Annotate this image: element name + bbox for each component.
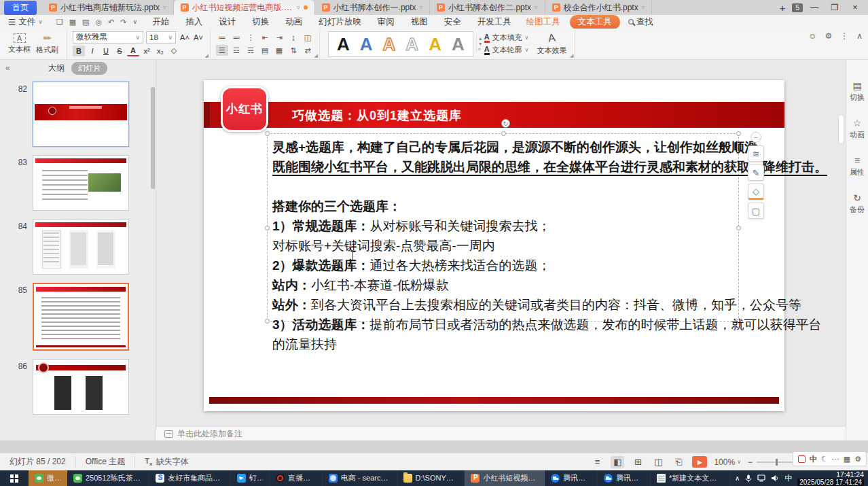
ime-logo-icon[interactable] (798, 455, 806, 463)
collapse-toolbar-button[interactable]: − (751, 132, 761, 143)
taskbar-app-button[interactable]: 腾讯会议 (598, 470, 651, 486)
wordart-style-option[interactable]: A (383, 35, 396, 53)
find-button[interactable]: 查找 (623, 16, 659, 28)
undo-icon[interactable]: ↶ (108, 18, 114, 27)
task-pane-button[interactable]: ≡ 属性 (850, 155, 865, 177)
slide-thumbnail-item[interactable]: 83 (12, 155, 150, 211)
resize-handle-top-left[interactable] (265, 131, 270, 136)
tab-session-icon[interactable]: ▿ (535, 4, 538, 11)
new-tab-button[interactable]: + (773, 2, 793, 14)
menu-item[interactable]: 设计 (211, 16, 244, 29)
font-color-button[interactable]: A (127, 46, 139, 56)
align-left-button[interactable]: ☰ (216, 45, 228, 56)
taskbar-app-button[interactable]: 钉钉 (231, 470, 270, 486)
ime-keyboard-icon[interactable]: ▦ (844, 455, 850, 464)
subscript-button[interactable]: x₂ (154, 46, 166, 56)
zoom-slider-thumb[interactable] (776, 459, 778, 466)
menu-item[interactable]: 视图 (403, 16, 436, 29)
menu-item[interactable]: 动画 (277, 16, 310, 29)
collapse-ribbon-icon[interactable]: ∧ (856, 31, 863, 41)
taskbar-app-button[interactable]: 小红书短视频运... (465, 470, 545, 486)
document-tab[interactable]: P 小红书电商店铺新玩法.pptx ▿ (42, 0, 174, 15)
taskbar-app-button[interactable]: 微信 (29, 470, 67, 486)
theme-indicator[interactable]: Office 主题 (76, 456, 135, 468)
slide-thumbnail-item[interactable]: 84 (12, 219, 150, 275)
text-outline-button[interactable]: A 文本轮廓 ∨ (484, 45, 529, 55)
clear-format-button[interactable]: ◇ (168, 46, 180, 56)
share-icon[interactable]: ☺ (808, 31, 816, 41)
ime-more-icon[interactable]: ⋯ (832, 455, 839, 464)
collapse-panel-icon[interactable]: « (5, 63, 10, 73)
slide-sorter-button[interactable]: ⊞ (631, 456, 645, 468)
notes-bar[interactable]: 单击此处添加备注 (156, 426, 846, 440)
speaker-icon[interactable] (771, 474, 779, 482)
task-pane-button[interactable]: ☆ 动画 (850, 118, 865, 140)
tab-session-icon[interactable]: ▿ (163, 4, 166, 11)
slide-thumbnail[interactable] (33, 283, 129, 351)
dialog-launcher-icon[interactable]: ◢ (205, 53, 209, 58)
align-right-button[interactable]: ☴ (245, 45, 257, 56)
drawing-tools-tab[interactable]: 绘图工具 (520, 16, 567, 29)
taskbar-app-button[interactable]: 250512陈氏茶业... (67, 470, 149, 486)
gallery-expand-icon[interactable]: ≡ (478, 47, 483, 52)
tray-expand-icon[interactable]: ∧ (735, 474, 740, 482)
restore-button[interactable]: ❐ (826, 1, 844, 14)
microphone-icon[interactable] (745, 474, 752, 483)
text-fill-button[interactable]: A 文本填充 ∨ (484, 33, 529, 43)
slide-thumbnail-item[interactable]: 82 (12, 82, 150, 147)
more-options-icon[interactable]: ⋮ (840, 31, 848, 41)
columns-button[interactable]: ◫ (302, 32, 314, 43)
notes-placeholder[interactable]: 单击此处添加备注 (177, 428, 242, 440)
fill-color-button[interactable]: ◇ (748, 184, 764, 200)
reading-view-button[interactable]: ◫ (651, 456, 665, 468)
slide-canvas[interactable]: 巧做选题：从0到1建立选题库 小红书 ↻ 灵感+选题库，构建了自己 (204, 80, 784, 411)
start-button[interactable] (0, 470, 29, 486)
resize-handle-bottom-left[interactable] (265, 319, 270, 324)
slide-thumbnail[interactable] (33, 359, 129, 415)
layers-button[interactable]: ≋ (748, 145, 764, 162)
ime-indicator[interactable]: 中 (784, 473, 792, 483)
redo-icon[interactable]: ↷ (120, 18, 126, 27)
dialog-launcher-icon[interactable]: ◢ (570, 53, 573, 58)
sidebar-scrollbar[interactable] (151, 87, 155, 189)
tab-session-icon[interactable]: ▿ (297, 4, 300, 11)
slides-tab[interactable]: 幻灯片 (71, 62, 107, 75)
slide-thumbnail[interactable] (33, 82, 129, 147)
pen-style-button[interactable]: ✎ (748, 164, 764, 181)
line-spacing-button[interactable]: ↨ (287, 32, 300, 43)
network-icon[interactable] (757, 474, 765, 482)
taskbar-app-button[interactable]: 腾讯会议 (545, 470, 598, 486)
outline-tab[interactable]: 大纲 (48, 63, 65, 74)
zoom-level[interactable]: 100% ∨ (714, 457, 741, 467)
taskbar-app-button[interactable]: D:\SONY素材 (397, 470, 465, 486)
slide-thumbnail[interactable] (33, 219, 129, 275)
print-icon[interactable]: ▤ (82, 18, 89, 27)
ime-settings-icon[interactable]: ⚙ (854, 455, 861, 464)
font-size-select[interactable]: 18 ∨ (146, 31, 176, 44)
ime-night-mode-icon[interactable]: ☾ (821, 455, 828, 464)
file-menu-button[interactable]: ☰ 文件 ∨ (0, 16, 50, 28)
decrease-font-button[interactable]: A˅ (192, 32, 204, 43)
resize-handle-top-center[interactable] (501, 131, 506, 136)
menu-item[interactable]: 开始 (144, 16, 177, 29)
text-tools-tab[interactable]: 文本工具 (570, 15, 620, 29)
bullet-list-button[interactable]: ≔ (216, 32, 228, 43)
text-direction-button[interactable]: ⇄ (302, 45, 314, 56)
close-button[interactable]: × (846, 1, 864, 14)
save-icon[interactable]: ▦ (69, 18, 76, 27)
tab-session-icon[interactable]: ▿ (420, 4, 423, 11)
resize-handle-top-right[interactable] (736, 131, 741, 136)
document-tab[interactable]: P 小红书脚本创作一.pptx ▿ (315, 0, 431, 15)
missing-font-indicator[interactable]: Tx 缺失字体 (135, 456, 198, 468)
zoom-out-button[interactable]: − (748, 457, 753, 467)
slide-thumbnail-item[interactable]: 85 (12, 283, 150, 351)
format-painter-button[interactable]: ✏ 格式刷 (33, 33, 61, 55)
dialog-launcher-icon[interactable]: ◢ (314, 53, 318, 58)
minimize-button[interactable]: — (806, 1, 823, 14)
wordart-style-option[interactable]: A (337, 35, 350, 53)
taskbar-app-button[interactable]: 直播伴侣 (270, 470, 323, 486)
increase-indent-button[interactable]: ⇥ (273, 32, 285, 43)
slideshow-play-button[interactable]: ▶ (692, 456, 707, 468)
slide-thumbnail[interactable] (33, 155, 129, 211)
decrease-indent-button[interactable]: ⇤ (259, 32, 271, 43)
